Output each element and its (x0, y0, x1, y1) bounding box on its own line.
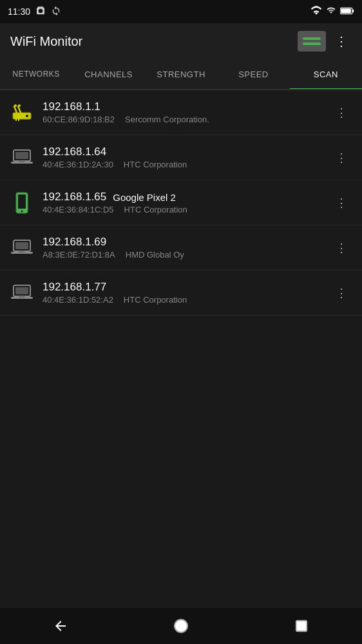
tab-speed-label: SPEED (238, 70, 269, 79)
list-item: 192.168.1.69 A8:3E:0E:72:D1:8A HMD Globa… (0, 225, 362, 270)
device-ip-row: 192.168.1.1 (43, 100, 331, 113)
device-mac-row: 40:4E:36:1D:52:A2 HTC Corporation (43, 295, 331, 305)
device-overflow-button[interactable]: ⋮ (331, 193, 352, 213)
device-mac-row: 60:CE:86:9D:18:B2 Sercomm Corporation. (43, 115, 331, 124)
device-mac: 40:4E:36:1D:2A:30 (43, 160, 113, 169)
device-ip-row: 192.168.1.65 Google Pixel 2 (43, 191, 331, 204)
device-ip-row: 192.168.1.64 (43, 146, 331, 158)
device-overflow-button[interactable]: ⋮ (331, 283, 352, 303)
device-overflow-button[interactable]: ⋮ (331, 147, 352, 168)
svg-rect-23 (15, 287, 28, 294)
list-item: 192.168.1.77 40:4E:36:1D:52:A2 HTC Corpo… (0, 270, 362, 316)
device-name: Google Pixel 2 (113, 192, 176, 203)
tab-channels[interactable]: CHANNELS (72, 59, 144, 89)
list-item: 192.168.1.65 Google Pixel 2 40:4E:36:84:… (0, 180, 362, 225)
svg-rect-14 (19, 161, 25, 162)
device-vendor: HMD Global Oy (126, 250, 184, 260)
device-mac-row: 40:4E:36:1D:2A:30 HTC Corporation (43, 160, 331, 169)
device-ip: 192.168.1.65 (43, 191, 106, 204)
back-icon (53, 618, 68, 634)
device-mac: A8:3E:0E:72:D1:8A (43, 250, 115, 260)
svg-line-6 (18, 106, 21, 113)
status-left: 11:30 (8, 6, 61, 18)
tab-networks-label: NETWORKS (13, 70, 60, 79)
device-mac: 40:4E:36:84:1C:D5 (43, 205, 114, 214)
device-icon-laptop (10, 281, 33, 305)
recents-button[interactable] (286, 611, 317, 641)
home-button[interactable] (166, 611, 196, 641)
device-vendor: Sercomm Corporation. (125, 115, 209, 124)
device-ip: 192.168.1.69 (43, 236, 106, 249)
home-icon (173, 618, 189, 634)
back-button[interactable] (45, 611, 76, 641)
device-icon-phone (10, 191, 33, 214)
svg-rect-1 (352, 10, 354, 13)
tab-networks[interactable]: NETWORKS (0, 59, 72, 89)
svg-rect-25 (19, 296, 25, 298)
svg-rect-2 (341, 8, 351, 13)
svg-line-5 (14, 106, 17, 113)
svg-rect-16 (18, 194, 26, 209)
device-vendor: HTC Corporation (124, 295, 187, 305)
svg-rect-21 (19, 251, 25, 252)
battery-icon (340, 6, 354, 17)
device-ip: 192.168.1.1 (43, 100, 100, 113)
svg-point-4 (26, 115, 28, 117)
overflow-menu-button[interactable]: ⋮ (331, 31, 352, 52)
device-mac-row: A8:3E:0E:72:D1:8A HMD Global Oy (43, 250, 331, 260)
tab-strength-label: STRENGTH (157, 70, 205, 79)
svg-point-17 (21, 210, 23, 212)
svg-rect-10 (18, 118, 19, 121)
svg-point-7 (14, 104, 17, 107)
device-ip-row: 192.168.1.69 (43, 236, 331, 249)
device-mac: 60:CE:86:9D:18:B2 (43, 115, 115, 124)
device-ip: 192.168.1.77 (43, 281, 106, 294)
app-title: WiFi Monitor (10, 34, 82, 49)
three-dot-icon: ⋮ (336, 286, 347, 300)
three-dot-icon: ⋮ (336, 241, 347, 255)
device-info: 192.168.1.69 A8:3E:0E:72:D1:8A HMD Globa… (43, 236, 331, 260)
device-ip-row: 192.168.1.77 (43, 281, 331, 294)
device-vendor: HTC Corporation (124, 160, 187, 169)
device-mac: 40:4E:36:1D:52:A2 (43, 295, 113, 305)
list-item: 192.168.1.64 40:4E:36:1D:2A:30 HTC Corpo… (0, 135, 362, 180)
device-icon-laptop (10, 236, 33, 260)
three-dot-icon: ⋮ (336, 106, 347, 120)
tab-speed[interactable]: SPEED (217, 59, 289, 89)
svg-rect-27 (296, 621, 307, 632)
legend-lines-icon (303, 37, 321, 45)
sync-icon (51, 6, 61, 18)
notification-icon (35, 6, 46, 18)
legend-button[interactable] (298, 31, 326, 52)
svg-point-26 (175, 620, 187, 632)
legend-line-1 (303, 37, 321, 40)
tab-strength[interactable]: STRENGTH (145, 59, 217, 89)
wifi-icon (310, 6, 322, 17)
bottom-nav (0, 608, 362, 644)
tab-scan-label: SCAN (314, 70, 338, 79)
device-list: 192.168.1.1 60:CE:86:9D:18:B2 Sercomm Co… (0, 90, 362, 608)
app-bar: WiFi Monitor ⋮ (0, 23, 362, 59)
status-time: 11:30 (8, 6, 30, 17)
svg-rect-9 (15, 118, 17, 121)
device-overflow-button[interactable]: ⋮ (331, 238, 352, 258)
device-info: 192.168.1.1 60:CE:86:9D:18:B2 Sercomm Co… (43, 100, 331, 124)
device-info: 192.168.1.64 40:4E:36:1D:2A:30 HTC Corpo… (43, 146, 331, 169)
device-overflow-button[interactable]: ⋮ (331, 102, 352, 123)
three-dot-icon: ⋮ (336, 151, 347, 165)
tab-channels-label: CHANNELS (84, 70, 133, 79)
status-right (310, 6, 354, 17)
tab-bar: NETWORKS CHANNELS STRENGTH SPEED SCAN (0, 59, 362, 90)
device-mac-row: 40:4E:36:84:1C:D5 HTC Corporation (43, 205, 331, 214)
three-dot-icon: ⋮ (335, 33, 348, 49)
app-bar-actions: ⋮ (298, 31, 352, 52)
device-icon-laptop (10, 146, 33, 169)
list-item: 192.168.1.1 60:CE:86:9D:18:B2 Sercomm Co… (0, 90, 362, 135)
tab-scan[interactable]: SCAN (290, 59, 362, 89)
svg-rect-12 (15, 152, 28, 159)
device-icon-router (10, 101, 33, 124)
device-ip: 192.168.1.64 (43, 146, 106, 158)
recents-icon (294, 619, 309, 633)
signal-icon (326, 6, 336, 17)
device-vendor: HTC Corporation (124, 205, 187, 214)
